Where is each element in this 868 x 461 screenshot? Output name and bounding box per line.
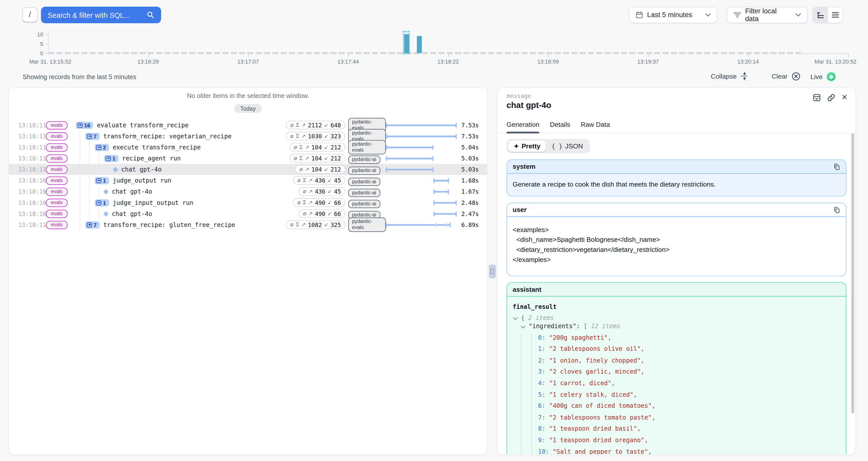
record-kind: message [506, 92, 846, 99]
duration-bar[interactable] [386, 157, 433, 159]
tree-indent-guide [80, 153, 80, 164]
evals-badge[interactable]: evals [46, 165, 68, 174]
pretty-tab[interactable]: ✦ Pretty [508, 141, 546, 152]
trace-row[interactable]: 13:18:16 evals 1 judge_input_output run … [9, 197, 487, 208]
panel-resize-handle[interactable] [489, 265, 496, 278]
item-value: "Salt and pepper to taste", [553, 448, 652, 455]
row-timestamp: 13:18:11 [9, 221, 41, 228]
y-tick-label: 10 [21, 32, 43, 38]
duration-bar[interactable] [433, 180, 449, 181]
evals-badge[interactable]: evals [46, 209, 68, 218]
evals-badge[interactable]: evals [46, 220, 68, 229]
token-icon: ⌀ [299, 166, 303, 172]
tree-view-button[interactable] [813, 7, 828, 23]
detail-tabs: GenerationDetailsRaw Data [498, 110, 855, 133]
copy-icon[interactable] [833, 163, 840, 170]
duration-bar[interactable] [433, 202, 457, 204]
item-index: 1 [538, 345, 542, 353]
span-diamond-icon [103, 211, 109, 216]
today-badge: Today [234, 104, 262, 113]
evals-badge[interactable]: evals [46, 187, 68, 195]
duration-lane [386, 197, 457, 208]
json-ingredients-line[interactable]: "ingredients": [ 12 items [513, 322, 840, 331]
duration-bar[interactable] [386, 124, 457, 126]
output-tokens-icon: ↙ [328, 200, 332, 205]
status-row: Showing records from the last 5 minutes … [0, 71, 868, 84]
span-tree-cell: chat gpt-4o [72, 208, 299, 219]
copy-icon[interactable] [833, 206, 840, 213]
trace-row[interactable]: 13:18:11 evals 7 transform_recipe: glute… [9, 219, 487, 230]
duration-bar[interactable] [386, 146, 433, 148]
histogram-bar[interactable] [417, 36, 422, 53]
search-button[interactable]: Search & filter with SQL... [41, 6, 161, 23]
filter-local-data-button[interactable]: Filter local data [727, 6, 808, 23]
duration-bar[interactable] [386, 135, 457, 137]
tree-indent-guide [89, 197, 90, 208]
calendar-icon [636, 11, 643, 19]
trace-row[interactable]: 13:18:11 evals 16 evaluate transform_rec… [9, 120, 487, 130]
input-tokens-count: 436 [315, 178, 326, 183]
dock-panel-icon[interactable] [813, 93, 821, 102]
collapse-box-icon [87, 133, 92, 139]
duration-lane [386, 164, 457, 175]
package-badge: pydantic-evals [348, 217, 386, 232]
evals-badge[interactable]: evals [46, 132, 68, 141]
package-badge: pydantic-ai [348, 199, 380, 208]
collapse-chip[interactable]: 2 [95, 144, 109, 151]
trace-row[interactable]: 13:18:16 evals 1 judge_output run ⌀ Σ ↗ … [9, 175, 487, 186]
x-tick-label: Mar 31. 13:15:52 [29, 59, 71, 65]
item-index: 8 [538, 425, 542, 432]
message-detail-panel: message chat gpt-4o ✕ GenerationDetailsR… [497, 87, 856, 455]
copy-link-icon[interactable] [827, 93, 835, 102]
duration-bar[interactable] [386, 168, 433, 170]
trace-row[interactable]: 13:18:11 evals 1 recipe_agent run ⌀ Σ ↗ … [9, 153, 487, 164]
duration-bar[interactable] [434, 191, 449, 192]
duration-lane [386, 120, 457, 130]
collapse-chip[interactable]: 1 [104, 155, 118, 162]
trace-row[interactable]: 13:18:16 evals chat gpt-4o ⌀ Σ ↗ 490 ↙ 6… [9, 208, 487, 219]
json-root-line[interactable]: { 2 items [513, 314, 840, 322]
evals-badge[interactable]: evals [46, 176, 68, 185]
evals-badge[interactable]: evals [46, 121, 68, 129]
trace-row[interactable]: 13:18:16 evals chat gpt-4o ⌀ Σ ↗ 436 ↙ 4… [9, 186, 487, 197]
tab-details[interactable]: Details [550, 121, 570, 132]
trace-row[interactable]: 13:18:11 evals 7 transform_recipe: veget… [9, 130, 487, 142]
json-tab[interactable]: { } JSON [546, 141, 588, 152]
row-timestamp: 13:18:11 [9, 166, 41, 173]
tab-generation[interactable]: Generation [506, 121, 539, 132]
evals-badge[interactable]: evals [46, 198, 68, 207]
chevron-down-icon [705, 13, 711, 17]
time-range-button[interactable]: Last 5 minutes [629, 6, 718, 23]
duration-lane [386, 208, 457, 219]
collapse-chip[interactable]: 7 [85, 221, 99, 228]
live-label: Live [810, 73, 823, 81]
live-toggle[interactable]: Live [810, 72, 836, 81]
item-index: 2 [538, 357, 542, 364]
duration-bar[interactable] [386, 224, 451, 226]
collapse-chip[interactable]: 7 [85, 132, 99, 140]
collapse-chip[interactable]: 16 [76, 122, 93, 129]
clear-button[interactable]: Clear [772, 72, 800, 81]
ingredient-item: 2: "1 onion, finely chopped", [538, 356, 840, 365]
view-mode-toggle [813, 6, 843, 23]
evals-badge[interactable]: evals [46, 154, 68, 162]
root-item-count: 2 items [528, 314, 554, 321]
histogram-bar[interactable] [404, 34, 409, 53]
trace-rows: 13:18:11 evals 16 evaluate transform_rec… [9, 120, 487, 230]
duration-bar[interactable] [433, 213, 457, 214]
x-tick-label: Mar 31. 13:20:52 [814, 59, 857, 65]
list-view-button[interactable] [828, 7, 842, 23]
close-icon[interactable]: ✕ [841, 93, 847, 102]
ingredients-key: "ingredients": [529, 322, 580, 330]
tab-raw-data[interactable]: Raw Data [581, 121, 610, 132]
tokens-pill: ⌀ Σ ↗ 2112 ↙ 648 [286, 121, 345, 129]
collapse-chip[interactable]: 1 [95, 177, 109, 184]
trace-row[interactable]: 13:18:11 evals chat gpt-4o ⌀ Σ ↗ 104 ↙ 2… [9, 164, 487, 175]
collapse-button[interactable]: Collapse [711, 72, 748, 80]
input-tokens-count: 104 [311, 166, 322, 172]
trace-row[interactable]: 13:18:11 evals 2 execute transform_recip… [9, 142, 487, 153]
evals-badge[interactable]: evals [46, 143, 68, 151]
collapse-chip[interactable]: 1 [95, 199, 109, 206]
row-timestamp: 13:18:11 [9, 155, 41, 161]
scrollbar-thumb[interactable] [851, 133, 854, 413]
